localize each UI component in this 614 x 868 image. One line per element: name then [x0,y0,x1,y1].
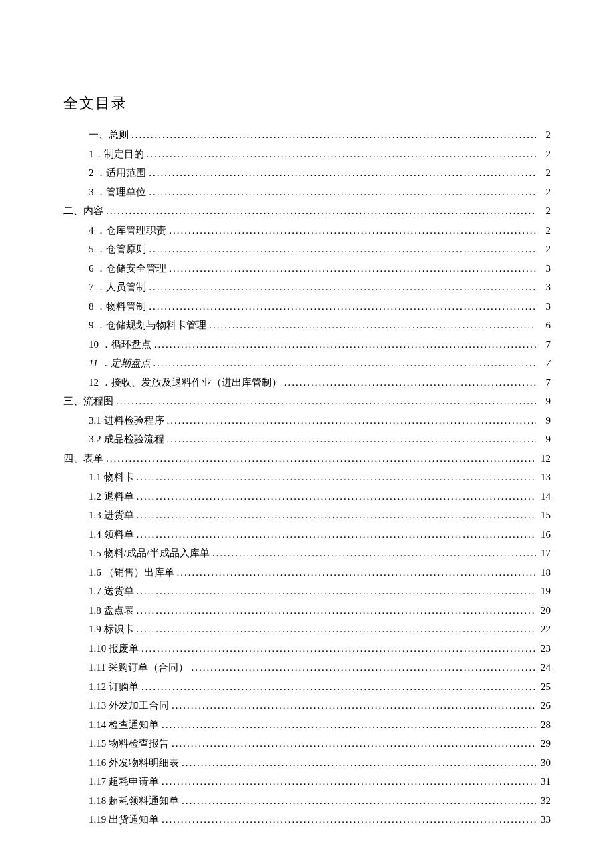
toc-leader-dots [169,221,536,240]
toc-entry[interactable]: 1.16 外发物料明细表30 [63,753,551,773]
toc-entry-page: 2 [539,183,551,202]
toc-entry-label: 12 ．接收、发放及退料作业（进出库管制） [89,373,282,392]
toc-leader-dots [167,411,537,430]
toc-entry[interactable]: 9 ．仓储规划与物料卡管理6 [63,316,551,335]
toc-entry[interactable]: 1.1 物料卡13 [63,468,551,487]
toc-entry[interactable]: 5 ．仓管原则2 [63,240,551,259]
toc-leader-dots [137,468,537,487]
toc-entry[interactable]: 7 ．人员管制3 [63,278,551,297]
toc-entry-label: 10 ．循环盘点 [89,335,151,354]
toc-entry-label: 1.5 物料/成品/半成品入库单 [89,544,210,563]
toc-entry[interactable]: 10 ．循环盘点7 [63,335,551,354]
toc-leader-dots [162,772,536,791]
toc-entry-label: 1.14 检查通知单 [89,715,159,735]
toc-leader-dots [169,259,536,278]
toc-entry-label: 3.1 进料检验程序 [89,411,164,430]
toc-entry-page: 28 [539,715,551,735]
toc-entry-page: 31 [539,772,551,791]
toc-entry[interactable]: 12 ．接收、发放及退料作业（进出库管制）7 [63,373,551,392]
toc-entry-label: 1.17 超耗申请单 [89,772,159,791]
toc-entry-page: 7 [539,354,551,373]
toc-entry[interactable]: 4 ．仓库管理职责2 [63,221,551,240]
toc-leader-dots [147,145,537,164]
toc-leader-dots [137,601,537,620]
toc-entry-label: 四、表单 [63,449,103,468]
toc-leader-dots [149,297,536,316]
toc-entry[interactable]: 四、表单12 [63,449,551,468]
toc-entry-page: 3 [539,259,551,278]
toc-entry-label: 二、内容 [63,201,103,221]
toc-entry-page: 13 [539,468,551,487]
toc-entry-label: 1.7 送货单 [89,582,134,601]
toc-entry[interactable]: 1.19 出货通知单33 [63,810,551,829]
toc-leader-dots [149,278,536,297]
toc-leader-dots [137,620,537,639]
toc-entry-page: 2 [539,125,551,145]
toc-entry-page: 33 [539,810,551,829]
table-of-contents: 一、总则21．制定目的22 ．适用范围23 ．管理单位2二、内容24 ．仓库管理… [63,125,551,829]
toc-entry[interactable]: 8 ．物料管制3 [63,297,551,316]
toc-entry[interactable]: 一、总则2 [63,125,551,145]
toc-entry-label: 1.4 领料单 [89,525,134,544]
toc-entry[interactable]: 3.1 进料检验程序9 [63,411,551,430]
toc-entry[interactable]: 1.12 订购单25 [63,677,551,697]
toc-entry-label: 9 ．仓储规划与物料卡管理 [89,316,206,335]
toc-entry-label: 一、总则 [89,125,129,145]
toc-entry[interactable]: 11 ．定期盘点7 [63,354,551,373]
toc-leader-dots [154,335,536,354]
toc-entry-label: 1.8 盘点表 [89,601,134,620]
toc-entry-page: 3 [539,278,551,297]
toc-entry-page: 18 [539,563,551,582]
toc-entry[interactable]: 二、内容2 [63,201,551,221]
toc-entry[interactable]: 1.6 （销售）出库单18 [63,563,551,582]
toc-entry[interactable]: 1.17 超耗申请单31 [63,772,551,791]
toc-leader-dots [167,430,537,449]
toc-entry-page: 9 [539,430,551,449]
toc-entry-label: 4 ．仓库管理职责 [89,221,166,240]
toc-leader-dots [209,316,536,335]
toc-leader-dots [182,791,536,811]
toc-entry-label: 6 ．仓储安全管理 [89,259,166,278]
toc-entry-label: 1.18 超耗领料通知单 [89,791,179,811]
toc-entry-page: 6 [539,316,551,335]
toc-entry-label: 3.2 成品检验流程 [89,430,164,449]
toc-entry[interactable]: 1.14 检查通知单28 [63,715,551,735]
toc-entry-page: 17 [539,544,551,563]
toc-entry[interactable]: 1.15 物料检查报告29 [63,734,551,753]
toc-leader-dots [141,639,536,659]
toc-entry[interactable]: 三、流程图9 [63,392,551,411]
toc-entry[interactable]: 1.9 标识卡22 [63,620,551,639]
toc-leader-dots [284,373,536,392]
toc-entry-page: 2 [539,240,551,259]
toc-entry-label: 1.3 进货单 [89,506,134,525]
toc-entry-page: 25 [539,677,551,697]
toc-entry-label: 1．制定目的 [89,145,144,164]
toc-entry[interactable]: 1.10 报废单23 [63,639,551,659]
toc-entry[interactable]: 1.7 送货单19 [63,582,551,601]
toc-entry[interactable]: 3.2 成品检验流程9 [63,430,551,449]
toc-entry[interactable]: 1.8 盘点表20 [63,601,551,620]
toc-entry-label: 1.19 出货通知单 [89,810,159,829]
toc-entry[interactable]: 1．制定目的2 [63,145,551,164]
toc-entry[interactable]: 1.18 超耗领料通知单32 [63,791,551,811]
toc-entry-page: 16 [539,525,551,544]
toc-leader-dots [137,506,537,525]
toc-entry[interactable]: 6 ．仓储安全管理3 [63,259,551,278]
toc-entry-page: 15 [539,506,551,525]
toc-entry[interactable]: 1.4 领料单16 [63,525,551,544]
toc-entry-page: 23 [539,639,551,659]
toc-entry-page: 19 [539,582,551,601]
toc-entry[interactable]: 1.13 外发加工合同26 [63,696,551,715]
toc-entry[interactable]: 3 ．管理单位2 [63,183,551,202]
toc-entry[interactable]: 2 ．适用范围2 [63,163,551,183]
toc-entry[interactable]: 1.2 退料单14 [63,487,551,506]
toc-entry[interactable]: 1.5 物料/成品/半成品入库单17 [63,544,551,563]
toc-entry-label: 1.15 物料检查报告 [89,734,169,753]
toc-entry-label: 1.10 报废单 [89,639,139,659]
toc-leader-dots [106,201,536,221]
toc-leader-dots [162,810,536,829]
toc-entry[interactable]: 1.3 进货单15 [63,506,551,525]
toc-entry[interactable]: 1.11 采购订单（合同）24 [63,658,551,677]
toc-leader-dots [106,449,536,468]
toc-leader-dots [137,525,537,544]
